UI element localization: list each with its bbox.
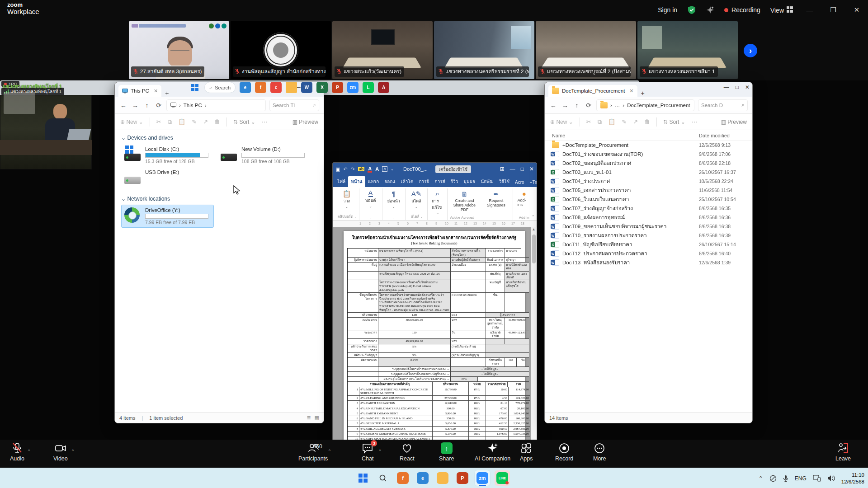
drive-tile[interactable]: New Volume (D:)108 GB free of 108 GB [217,144,310,167]
minimize-button[interactable]: — [724,84,729,90]
close-button[interactable]: ✕ [529,166,534,172]
maximize-button[interactable]: ❐ [826,6,840,14]
redo-icon[interactable]: ↷ [351,166,355,172]
search-input[interactable]: Search D⌕ [698,99,748,111]
enclose-characters-icon[interactable]: A [382,166,387,172]
drive-tile[interactable]: Local Disk (C:)15.3 GB free of 128 GB [121,144,214,167]
new-tab-button[interactable]: + [641,89,645,97]
tab-close-icon[interactable]: ✕ [629,88,633,94]
file-row[interactable]: DocT02_ขออนุมัติออกประกาศ8/6/2568 22:18 [545,159,752,168]
up-icon[interactable]: ↑ [573,102,581,109]
rename-icon[interactable]: ✎ [192,118,197,125]
taskbar-app-zoom-icon[interactable]: zm [347,82,359,93]
video-tile-4[interactable]: แขวงทางหลวงนครศรีธรรมราชที่ 2 (ทุ่ง... [434,21,534,79]
ribbon-tab-12[interactable]: Acro [512,178,527,187]
delete-icon[interactable]: 🗑 [644,118,650,125]
styles-button[interactable]: A✎ สไตล์⌄ [410,189,424,209]
taskbar-app-powerpoint-icon[interactable]: P [332,82,343,93]
ribbon-tab-6[interactable]: การอ้ [416,176,432,187]
audio-options-chevron[interactable]: ⌃ [27,449,31,454]
view-button[interactable]: View [770,6,793,14]
cut-icon[interactable]: ✂ [156,118,161,125]
more-commands-button[interactable]: ⋯ [692,119,697,125]
breadcrumb[interactable]: › … › DocTemplate_Procurement [596,99,694,111]
participants-options-chevron[interactable]: ⌃ [328,449,331,454]
taskbar-folder-button[interactable] [435,470,450,486]
title-mode-pill[interactable]: เครื่องมือเข้าใช้ [435,165,471,173]
font-color-icon[interactable]: A [368,166,372,173]
file-row[interactable]: DocT06_ใบแนบใบเสนอราคา25/10/2567 10:54 [545,195,752,204]
taskbar-search-button[interactable] [375,470,391,486]
horizontal-ruler[interactable]: 123456789101112131415161718 [333,221,537,227]
ribbon-tab-9[interactable]: มุมมอ [461,176,478,187]
column-date-modified[interactable]: Date modified [699,133,752,138]
file-row[interactable]: DocT10_รายงานผลการประกวดราคา8/6/2568 16:… [545,231,752,240]
new-button[interactable]: ⊕ New ⌄ [550,119,573,125]
large-icons-view-icon[interactable]: ▦ [315,415,319,421]
chat-options-chevron[interactable]: ⌃ [378,449,382,454]
taskbar-app-acrobat-icon[interactable]: A [378,82,389,93]
more-button[interactable]: More [593,442,606,462]
forward-icon[interactable]: → [131,102,139,109]
security-shield-icon[interactable] [687,5,696,14]
taskbar-app-word-icon[interactable]: W [301,82,312,93]
ribbon-tab-11[interactable]: วิธีใช้ [496,176,512,187]
video-options-chevron[interactable]: ⌃ [71,449,75,454]
taskbar-start-button[interactable] [355,470,371,486]
taskbar-app-folder-icon[interactable] [286,82,297,93]
back-icon[interactable]: ← [119,102,127,109]
ribbon-tab-8[interactable]: รีวิว [448,176,461,187]
ribbon-tab-13[interactable]: +Ten [527,178,537,187]
taskbar-search[interactable]: ⌕Search [204,82,236,93]
delete-icon[interactable]: 🗑 [214,118,220,125]
taskbar-app-excel-icon[interactable]: X [316,82,328,93]
share-icon[interactable]: ↗ [633,118,638,125]
record-button[interactable]: Record [555,442,573,462]
more-commands-button[interactable]: ⋯ [262,119,267,125]
taskbar-firefox-button[interactable]: f [395,470,410,486]
breadcrumb[interactable]: › This PC › [166,99,266,111]
doc-template-window[interactable]: DocTemplate_Procurement✕ + — □ ✕ ← → ↑ ⟳… [544,82,753,423]
close-button[interactable]: ✕ [745,84,750,90]
doc-template-tab[interactable]: DocTemplate_Procurement✕ [548,85,637,97]
speaker-video-overlay[interactable]: แขวงทางหลวงพิษณุโลกที่ 1 [0,95,92,169]
create-adobe-pdf-button[interactable]: 🗎 Create and Share Adobe PDF [450,190,479,212]
qat-customize-icon[interactable]: ⌄ [391,167,394,171]
rename-icon[interactable]: ✎ [622,118,627,125]
network-icon[interactable] [813,475,821,482]
taskbar-edge-button[interactable]: e [415,470,430,486]
paragraph-group-button[interactable]: ¶ ย่อหน้า⌄ [386,189,402,209]
start-button[interactable] [189,82,200,93]
taskbar-clock[interactable]: 11:10 12/6/2568 [841,472,864,485]
highlight-color-icon[interactable]: ab [358,167,365,171]
microphone-tray-icon[interactable] [783,475,788,482]
drive-tile[interactable]: DriveOffice (Y:)7.99 EB free of 7.99 EB [121,205,214,228]
video-tile-2[interactable]: งานพัสดุและสัญญา สำนักก่อสร้างทาง... [231,21,331,79]
taskbar-app-firefox-icon[interactable]: f [255,82,266,93]
grow-font-icon[interactable]: A [375,166,379,172]
refresh-icon[interactable]: ⟳ [155,102,163,109]
chat-button[interactable]: 3 ⌃ Chat [362,442,373,462]
word-window[interactable]: ▣ ↶ ↷ ab A A A ⌄ DocT00_... เครื่องมือเข… [332,162,537,488]
ribbon-tab-1[interactable]: ไฟล์ [335,176,348,187]
language-switcher[interactable]: ENG [795,475,807,482]
drive-tile[interactable]: USB Drive (E:) [121,167,214,188]
search-input[interactable]: Search Tl⌕ [269,99,319,111]
ribbon-tab-4[interactable]: ออกแ [382,176,398,187]
minimize-button[interactable]: — [803,6,816,14]
editing-button[interactable]: ⌕ การแก้ไข⌄ [430,189,445,216]
file-row[interactable]: DocT09_ขอความเห็นชอบพิจารณาผู้ชนะราคา8/6… [545,222,752,231]
apps-button[interactable]: Apps [520,442,533,462]
this-pc-window[interactable]: This PC✕ + — □ ✕ ← → ↑ ⟳ › This PC › [114,82,324,423]
file-row[interactable]: DocT01_ร่างขอบเขตของงาน(TOR)9/6/2568 17:… [545,150,752,159]
leave-button[interactable]: Leave [835,442,851,462]
cut-icon[interactable]: ✂ [586,118,591,125]
preview-button[interactable]: ▥ Preview [292,119,318,125]
file-row[interactable]: DocT03_แบบ_พ.1-0126/10/2567 16:37 [545,168,752,177]
share-screen-button[interactable]: ↑ Share [439,442,454,462]
file-row[interactable]: DocT12_ประกาศผลการประกวดราคา8/6/2568 16:… [545,249,752,258]
font-group-button[interactable]: A ฟอนต์⌄ [363,189,378,209]
up-icon[interactable]: ↑ [143,102,151,109]
ribbon-tab-7[interactable]: การส่ [432,176,448,187]
add-ins-button[interactable]: ● Add-ins [515,189,533,207]
